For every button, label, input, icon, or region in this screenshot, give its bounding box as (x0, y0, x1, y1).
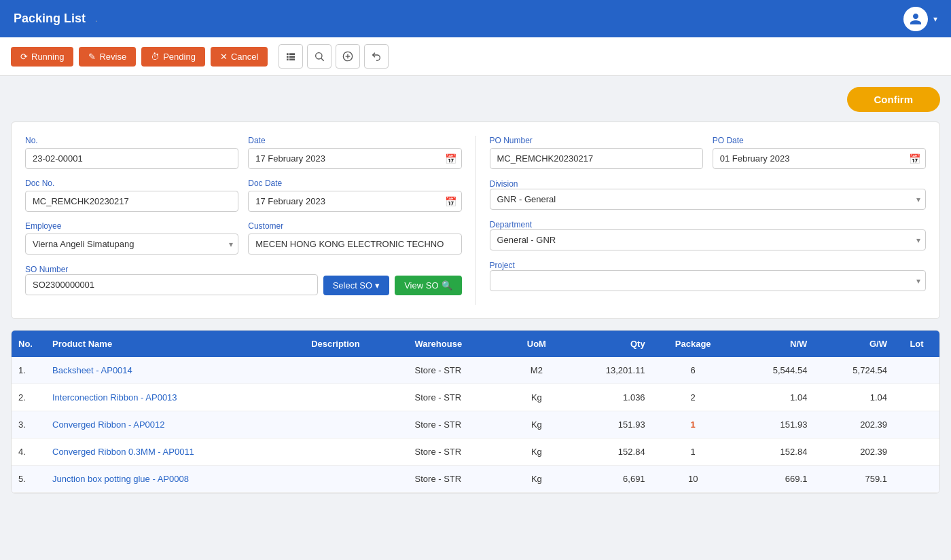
table-row: 5. Junction box potting glue - AP0008 St… (12, 466, 939, 493)
packing-table: No. Product Name Description Warehouse U… (12, 331, 939, 493)
cell-package: 1 (652, 438, 734, 466)
table-row: 1. Backsheet - AP0014 Store - STR M2 13,… (12, 357, 939, 384)
svg-rect-4 (287, 58, 289, 60)
cell-package: 1 (652, 411, 734, 438)
employee-select[interactable]: Vierna Angeli Simatupang (25, 234, 238, 255)
cell-lot (894, 466, 939, 493)
cell-warehouse: Store - STR (408, 384, 509, 411)
cell-nw: 152.84 (734, 438, 814, 466)
cell-product[interactable]: Interconection Ribbon - AP0013 (46, 384, 304, 411)
cell-product[interactable]: Converged Ribbon - AP0012 (46, 411, 304, 438)
po-date-label: PO Date (713, 136, 926, 145)
table-row: 4. Converged Ribbon 0.3MM - AP0011 Store… (12, 438, 939, 466)
department-select[interactable]: General - GNR (490, 229, 927, 250)
no-label: No. (25, 136, 238, 145)
cell-description (304, 384, 408, 411)
so-number-label: SO Number (25, 265, 68, 274)
division-select[interactable]: GNR - General (490, 189, 927, 210)
table-container: No. Product Name Description Warehouse U… (11, 330, 940, 493)
app-header: Packing List . ▾ (0, 0, 951, 37)
search-icon-button[interactable] (307, 44, 331, 69)
view-so-search-icon: 🔍 (442, 280, 452, 291)
no-input[interactable] (25, 148, 238, 169)
cell-no: 2. (12, 384, 46, 411)
revise-icon: ✎ (88, 52, 96, 62)
table-row: 2. Interconection Ribbon - AP0013 Store … (12, 384, 939, 411)
toolbar: ⟳ Running ✎ Revise ⏱ Pending ✕ Cancel (0, 37, 951, 76)
cell-warehouse: Store - STR (408, 357, 509, 384)
svg-rect-1 (289, 53, 295, 55)
cell-uom: Kg (509, 384, 564, 411)
cell-qty: 152.84 (564, 438, 652, 466)
cell-nw: 669.1 (734, 466, 814, 493)
avatar[interactable] (903, 7, 928, 31)
select-so-chevron-icon: ▾ (375, 280, 380, 291)
cell-gw: 202.39 (814, 411, 894, 438)
cell-gw: 1.04 (814, 384, 894, 411)
svg-rect-5 (289, 58, 295, 60)
page-title-dot: . (95, 14, 97, 24)
cancel-icon: ✕ (220, 52, 228, 62)
cancel-button[interactable]: ✕ Cancel (211, 47, 268, 67)
customer-label: Customer (248, 221, 461, 231)
view-so-button[interactable]: View SO 🔍 (395, 276, 461, 295)
form-right: PO Number PO Date 📅 Division GNR - Gener… (490, 136, 927, 305)
svg-rect-0 (287, 53, 289, 55)
cell-qty: 151.93 (564, 411, 652, 438)
revise-button[interactable]: ✎ Revise (79, 47, 136, 67)
back-icon-button[interactable] (364, 44, 389, 69)
cell-qty: 13,201.11 (564, 357, 652, 384)
pending-button[interactable]: ⏱ Pending (141, 47, 205, 67)
cell-gw: 202.39 (814, 438, 894, 466)
cell-no: 1. (12, 357, 46, 384)
col-lot: Lot (894, 331, 939, 357)
cell-uom: M2 (509, 357, 564, 384)
svg-rect-3 (289, 56, 295, 58)
cell-qty: 1.036 (564, 384, 652, 411)
cell-gw: 759.1 (814, 466, 894, 493)
add-icon-button[interactable] (336, 44, 360, 69)
cell-warehouse: Store - STR (408, 466, 509, 493)
doc-no-input[interactable] (25, 191, 238, 212)
cell-nw: 5,544.54 (734, 357, 814, 384)
pending-icon: ⏱ (151, 52, 160, 62)
cell-description (304, 411, 408, 438)
customer-input[interactable] (248, 234, 461, 255)
cell-product[interactable]: Converged Ribbon 0.3MM - AP0011 (46, 438, 304, 466)
cell-lot (894, 357, 939, 384)
form-left: No. Date 📅 Doc No. Doc Date (25, 136, 462, 305)
running-icon: ⟳ (20, 52, 28, 62)
svg-rect-2 (287, 56, 289, 58)
po-date-input[interactable] (713, 148, 926, 169)
employee-label: Employee (25, 221, 238, 231)
svg-point-6 (316, 53, 322, 59)
cell-no: 3. (12, 411, 46, 438)
table-header-row: No. Product Name Description Warehouse U… (12, 331, 939, 357)
running-button[interactable]: ⟳ Running (11, 47, 73, 67)
col-uom: UoM (509, 331, 564, 357)
cell-no: 4. (12, 438, 46, 466)
project-select[interactable] (490, 270, 927, 291)
cell-product[interactable]: Backsheet - AP0014 (46, 357, 304, 384)
select-so-button[interactable]: Select SO ▾ (323, 276, 390, 295)
department-label: Department (490, 220, 533, 229)
cell-product[interactable]: Junction box potting glue - AP0008 (46, 466, 304, 493)
cell-lot (894, 411, 939, 438)
po-number-input[interactable] (490, 148, 703, 169)
confirm-row: Confirm (11, 87, 940, 112)
so-number-input[interactable] (25, 274, 318, 295)
cell-description (304, 466, 408, 493)
col-description: Description (304, 331, 408, 357)
cell-description (304, 438, 408, 466)
cell-warehouse: Store - STR (408, 411, 509, 438)
doc-date-input[interactable] (248, 191, 461, 212)
doc-no-label: Doc No. (25, 179, 238, 188)
cell-package: 6 (652, 357, 734, 384)
cell-package: 10 (652, 466, 734, 493)
date-input[interactable] (248, 148, 461, 169)
col-product-name: Product Name (46, 331, 304, 357)
cell-no: 5. (12, 466, 46, 493)
confirm-button[interactable]: Confirm (847, 87, 941, 112)
form-divider (476, 136, 476, 305)
list-icon-button[interactable] (279, 44, 303, 69)
